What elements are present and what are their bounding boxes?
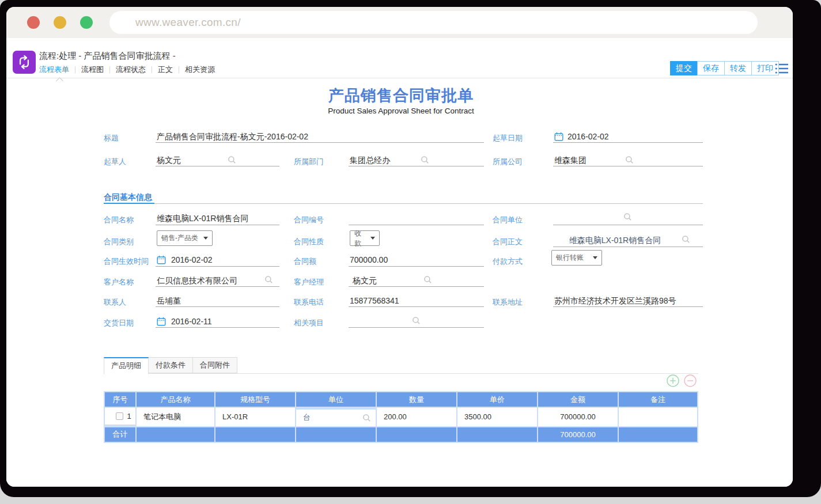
label-customer-manager: 客户经理 xyxy=(294,277,324,287)
workflow-logo-icon xyxy=(13,51,36,74)
footer-empty-cell xyxy=(137,427,214,442)
browse-icon[interactable] xyxy=(264,275,273,284)
submit-button[interactable]: 提交 xyxy=(670,61,698,75)
drafter-underline xyxy=(156,166,279,166)
browse-icon[interactable] xyxy=(625,156,634,164)
label-contract-no: 合同编号 xyxy=(294,215,324,225)
nav-separator xyxy=(75,66,75,73)
contact-phone-input[interactable]: 15877568341 xyxy=(350,296,399,305)
department-input[interactable]: 集团总经办 xyxy=(350,156,390,166)
maximize-button[interactable] xyxy=(80,16,93,29)
row-no-cell: 1 xyxy=(105,408,135,425)
footer-empty-cell xyxy=(457,427,537,442)
contract-unit-underline xyxy=(553,225,703,225)
contract-category-value: 销售-产品类 xyxy=(161,233,198,243)
nav-tab-form[interactable]: 流程表单 xyxy=(39,65,69,75)
footer-empty-cell xyxy=(215,427,295,442)
qty-cell[interactable]: 200.00 xyxy=(377,408,456,426)
calendar-icon[interactable] xyxy=(554,132,563,141)
effective-date-input[interactable]: 2016-02-02 xyxy=(171,255,213,264)
form-title: 产品销售合同审批单 xyxy=(104,85,698,106)
add-row-button[interactable] xyxy=(667,374,679,387)
draft-date-input[interactable]: 2016-02-02 xyxy=(567,132,609,141)
title-input[interactable]: 产品销售合同审批流程-杨文元-2016-02-02 xyxy=(157,132,308,142)
browse-icon[interactable] xyxy=(423,275,432,284)
contract-nature-select[interactable]: 收款 xyxy=(350,230,380,246)
contract-body-underline xyxy=(553,247,703,247)
browse-icon[interactable] xyxy=(228,156,236,164)
nav-tab-flowchart[interactable]: 流程图 xyxy=(81,65,104,75)
contact-address-input[interactable]: 苏州市经济技术开发区兰溪路98号 xyxy=(554,296,676,306)
browse-icon[interactable] xyxy=(682,235,690,244)
tab-payment-terms[interactable]: 付款条件 xyxy=(148,357,193,373)
save-button[interactable]: 保存 xyxy=(697,61,725,75)
browse-icon[interactable] xyxy=(421,156,429,164)
calendar-icon[interactable] xyxy=(157,317,166,326)
company-input[interactable]: 维森集团 xyxy=(554,156,587,166)
tab-product-detail[interactable]: 产品明细 xyxy=(104,357,149,374)
page-content: 流程:处理 - 产品销售合同审批流程 - 流程表单 流程图 流程状态 正文 相关… xyxy=(6,38,793,487)
contract-body-link[interactable]: 维森电脑LX-01R销售合同 xyxy=(553,236,677,246)
company-underline xyxy=(553,166,703,166)
label-contact-phone: 联系电话 xyxy=(294,297,324,308)
browse-icon[interactable] xyxy=(412,316,421,325)
drafter-input[interactable]: 杨文元 xyxy=(157,156,181,166)
tab-contract-attachment[interactable]: 合同附件 xyxy=(192,357,237,373)
menu-list-icon[interactable] xyxy=(775,63,789,74)
forward-button[interactable]: 转发 xyxy=(724,61,752,75)
label-contract-body: 合同正文 xyxy=(493,237,523,247)
contract-category-select[interactable]: 销售-产品类 xyxy=(157,230,213,246)
delivery-date-underline xyxy=(156,327,279,328)
contract-amount-underline xyxy=(349,266,484,267)
total-label-cell: 合计 xyxy=(105,427,135,442)
contract-amount-input[interactable]: 700000.00 xyxy=(350,255,388,264)
col-header-unit: 单位 xyxy=(296,392,376,407)
calendar-icon[interactable] xyxy=(157,255,166,264)
action-buttons: 提交 保存 转发 打印 xyxy=(670,61,779,75)
product-name-cell[interactable]: 笔记本电脑 xyxy=(137,408,214,426)
label-contact-address: 联系地址 xyxy=(493,297,523,308)
section-underline xyxy=(154,203,703,204)
customer-manager-input[interactable]: 杨文元 xyxy=(353,276,377,286)
nav-separator xyxy=(179,66,179,73)
row-checkbox[interactable] xyxy=(116,412,123,420)
label-contract-amount: 合同额 xyxy=(294,256,316,267)
unit-cell[interactable]: 台 xyxy=(296,410,376,426)
contract-name-input[interactable]: 维森电脑LX-01R销售合同 xyxy=(157,214,248,224)
customer-name-input[interactable]: 仁贝信息技术有限公司 xyxy=(157,276,237,286)
product-detail-table: 序号 产品名称 规格型号 单位 数量 单价 金额 备注 1 笔记本电脑 LX-0… xyxy=(104,391,698,443)
url-bar[interactable]: www.weaver.com.cn/ xyxy=(109,11,758,34)
browse-icon[interactable] xyxy=(623,213,632,221)
contact-phone-underline xyxy=(349,306,484,307)
browse-icon[interactable] xyxy=(362,414,371,422)
total-amount-cell: 700000.00 xyxy=(538,427,618,442)
effective-date-underline xyxy=(156,266,279,267)
note-cell[interactable] xyxy=(619,408,697,426)
label-delivery-date: 交货日期 xyxy=(104,318,134,328)
url-text: www.weaver.com.cn/ xyxy=(135,16,241,29)
nav-separator xyxy=(152,66,152,73)
price-cell[interactable]: 3500.00 xyxy=(457,408,537,426)
nav-tab-status[interactable]: 流程状态 xyxy=(116,65,146,75)
model-cell[interactable]: LX-01R xyxy=(215,408,295,426)
nav-tab-body[interactable]: 正文 xyxy=(158,65,173,75)
draft-date-underline xyxy=(553,142,703,143)
form-subtitle: Product Sales Approval Sheet for Contrac… xyxy=(104,107,698,115)
unit-value: 台 xyxy=(303,412,311,423)
minimize-button[interactable] xyxy=(54,16,66,29)
nav-tab-resources[interactable]: 相关资源 xyxy=(185,65,215,75)
delivery-date-input[interactable]: 2016-02-11 xyxy=(171,317,212,326)
contact-person-input[interactable]: 岳埔堇 xyxy=(157,296,181,306)
col-header-price: 单价 xyxy=(457,392,537,407)
contract-nature-value: 收款 xyxy=(354,229,366,248)
label-title: 标题 xyxy=(104,133,119,143)
section-basic-info-title: 合同基本信息 xyxy=(104,192,152,203)
label-contact-person: 联系人 xyxy=(104,297,126,308)
customer-name-underline xyxy=(156,286,279,287)
payment-method-select[interactable]: 银行转账 xyxy=(551,250,602,266)
label-department: 所属部门 xyxy=(294,157,324,167)
col-header-product-name: 产品名称 xyxy=(137,392,214,407)
label-contract-category: 合同类别 xyxy=(104,237,134,247)
remove-row-button[interactable] xyxy=(684,374,697,387)
close-button[interactable] xyxy=(27,16,40,29)
